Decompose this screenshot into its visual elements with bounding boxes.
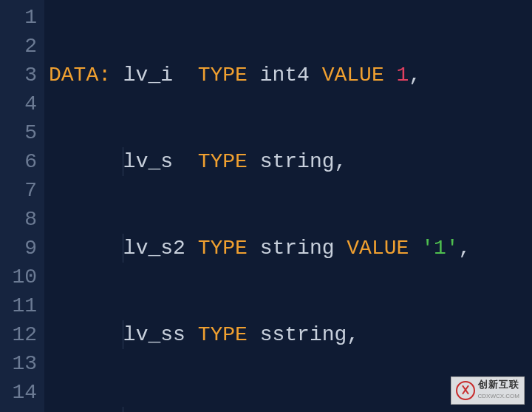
watermark-subtext: CDXWCX.COM xyxy=(478,391,519,402)
keyword-type: TYPE xyxy=(198,237,248,260)
code-editor[interactable]: 1 2 3 4 5 6 7 8 9 10 11 12 13 14 DATA: l… xyxy=(0,0,532,412)
keyword-type: TYPE xyxy=(198,64,248,87)
keyword-type: TYPE xyxy=(198,150,248,173)
line-number: 2 xyxy=(4,32,37,61)
line-number: 1 xyxy=(4,3,37,32)
watermark-text: 创新互联 xyxy=(478,379,519,391)
line-number: 6 xyxy=(4,147,37,176)
line-number-gutter: 1 2 3 4 5 6 7 8 9 10 11 12 13 14 xyxy=(0,0,44,412)
string-literal: '1' xyxy=(421,237,458,260)
number-literal: 1 xyxy=(397,64,409,87)
keyword-type: TYPE xyxy=(198,323,248,346)
line-number: 13 xyxy=(4,349,37,378)
code-line[interactable]: lv_ss TYPE sstring, xyxy=(49,320,471,349)
line-number: 4 xyxy=(4,90,37,118)
code-area[interactable]: DATA: lv_i TYPE int4 VALUE 1, lv_s TYPE … xyxy=(44,0,471,412)
code-line[interactable]: lv_s2 TYPE string VALUE '1', xyxy=(49,234,471,263)
line-number: 12 xyxy=(4,320,37,349)
line-number: 3 xyxy=(4,61,37,90)
code-line[interactable]: lv_s3 TYPE char18. xyxy=(49,407,471,412)
keyword-data: DATA: xyxy=(49,64,111,87)
line-number: 14 xyxy=(4,378,37,407)
watermark: 创新互联 CDXWCX.COM xyxy=(451,376,525,405)
code-line[interactable]: lv_s TYPE string, xyxy=(49,147,471,176)
line-number: 7 xyxy=(4,176,37,205)
keyword-value: VALUE xyxy=(347,237,409,260)
line-number: 8 xyxy=(4,205,37,234)
keyword-value: VALUE xyxy=(322,64,384,87)
watermark-logo-icon xyxy=(456,381,475,400)
line-number: 9 xyxy=(4,234,37,263)
code-line[interactable]: DATA: lv_i TYPE int4 VALUE 1, xyxy=(49,61,471,90)
line-number: 10 xyxy=(4,263,37,291)
line-number: 11 xyxy=(4,291,37,320)
line-number: 5 xyxy=(4,118,37,147)
